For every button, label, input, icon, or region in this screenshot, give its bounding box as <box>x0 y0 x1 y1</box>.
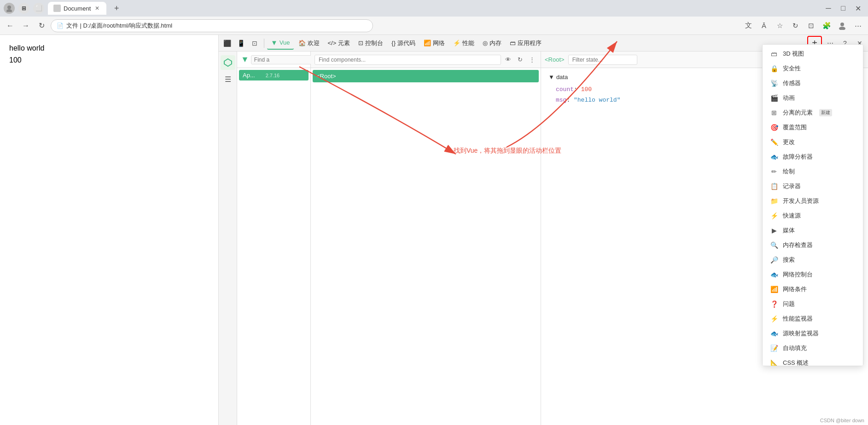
url-text: 文件 | D:/桌面/root/html/响应式数据.html <box>66 22 367 30</box>
comp-sidebar-toolbar: ▼ ↻ <box>237 52 310 68</box>
extension-button[interactable]: 🧩 <box>820 19 833 32</box>
devtools-layout-button[interactable]: ⊡ <box>248 37 261 50</box>
menu-label-media: 媒体 <box>783 226 795 235</box>
title-bar: ⊞ ⬜ Document ✕ + ─ □ ✕ <box>0 0 868 17</box>
translate-button[interactable]: 文 <box>742 19 755 32</box>
split-button[interactable]: ⬜ <box>33 3 44 14</box>
menu-item-detached[interactable]: ⊞ 分离的元素 新建 <box>763 105 863 120</box>
menu-label-3d: 3D 视图 <box>783 50 804 58</box>
filter-state-input[interactable] <box>568 55 637 65</box>
menu-label-dev-resources: 开发人员资源 <box>783 197 819 205</box>
menu-label-css-overview: CSS 概述 <box>783 359 809 366</box>
menu-item-media[interactable]: ▶ 媒体 <box>763 223 863 238</box>
window-controls-right: ─ □ ✕ <box>822 2 864 15</box>
tab-memory[interactable]: ◎ 内存 <box>479 37 505 50</box>
animation-icon: 🎬 <box>770 94 778 102</box>
tab-console[interactable]: ⊡ 控制台 <box>355 37 387 50</box>
menu-item-source-map-monitor[interactable]: 🐟 源映射监视器 <box>763 326 863 341</box>
url-bar[interactable]: 📄 文件 | D:/桌面/root/html/响应式数据.html <box>51 19 373 32</box>
perf-monitor-icon: ⚡ <box>770 315 778 323</box>
forward-button[interactable]: → <box>19 19 32 32</box>
tab-sources[interactable]: {} 源代码 <box>388 37 419 50</box>
refresh-button[interactable]: ↻ <box>35 19 48 32</box>
tab-vue[interactable]: ▼ Vue <box>267 37 294 50</box>
3d-icon: 🗃 <box>770 50 778 58</box>
menu-label-source-map: 源映射监视器 <box>783 329 819 338</box>
new-tab-button[interactable]: + <box>110 2 123 15</box>
menu-item-dev-resources[interactable]: 📁 开发人员资源 <box>763 194 863 208</box>
tab-close-button[interactable]: ✕ <box>93 5 101 12</box>
profile-button[interactable] <box>4 3 15 14</box>
menu-item-crash-analyzer[interactable]: 🐟 故障分析器 <box>763 149 863 164</box>
dev-resources-icon: 📁 <box>770 197 778 205</box>
collapse-icon: ▼ <box>548 74 554 80</box>
svg-point-3 <box>839 27 845 30</box>
comp-version: 2.7.16 <box>266 73 280 78</box>
menu-item-recorder[interactable]: 📋 记录器 <box>763 179 863 194</box>
quick-source-icon: ⚡ <box>770 212 778 220</box>
tab-network[interactable]: 📶 网络 <box>420 37 449 50</box>
minimize-button[interactable]: ─ <box>822 2 835 15</box>
comp-list-toolbar: 👁 ↻ ⋮ <box>311 52 541 68</box>
menu-item-coverage[interactable]: 🎯 覆盖范围 <box>763 120 863 135</box>
prop-val-msg: "hello world" <box>574 97 620 103</box>
bookmark-button[interactable]: ☆ <box>773 19 786 32</box>
menu-item-security[interactable]: 🔒 安全性 <box>763 61 863 76</box>
close-button[interactable]: ✕ <box>851 2 864 15</box>
more-button[interactable]: ⋯ <box>851 19 864 32</box>
issues-icon: ❓ <box>770 300 778 308</box>
menu-item-css-overview[interactable]: 📐 CSS 概述 <box>763 356 863 366</box>
menu-label-issues: 问题 <box>783 300 795 308</box>
menu-item-sensors[interactable]: 📡 传感器 <box>763 76 863 91</box>
menu-item-draw[interactable]: ✏ 绘制 <box>763 164 863 179</box>
extensions-button[interactable]: ⊞ <box>18 3 29 14</box>
tab-document[interactable]: Document ✕ <box>48 2 106 15</box>
comp-tree: Ap... ▼ 2.7.16 <box>237 68 310 425</box>
menu-label-perf-monitor: 性能监视器 <box>783 315 813 323</box>
translate-button2[interactable]: Ā <box>757 19 770 32</box>
menu-item-issues[interactable]: ❓ 问题 <box>763 297 863 311</box>
refresh-button2[interactable]: ↻ <box>789 19 802 32</box>
menu-item-changes[interactable]: ✏️ 更改 <box>763 135 863 149</box>
page-hello: hello world <box>9 44 209 52</box>
menu-item-network-console[interactable]: 🐟 网络控制台 <box>763 267 863 282</box>
back-button[interactable]: ← <box>4 19 17 32</box>
menu-label-search: 搜索 <box>783 256 795 264</box>
maximize-button[interactable]: □ <box>837 2 850 15</box>
menu-item-quick-source[interactable]: ⚡ 快速源 <box>763 208 863 223</box>
dropdown-menu[interactable]: 🗃 3D 视图 🔒 安全性 📡 传感器 🎬 动画 ⊞ 分离的元素 新建 🎯 覆盖… <box>762 44 863 366</box>
menu-item-memory-inspector[interactable]: 🔍 内存检查器 <box>763 238 863 253</box>
address-bar: ← → ↻ 📄 文件 | D:/桌面/root/html/响应式数据.html … <box>0 17 868 35</box>
comp-refresh-button[interactable]: ↻ <box>515 55 525 65</box>
search-icon: 🔎 <box>770 256 778 264</box>
menu-item-animation[interactable]: 🎬 动画 <box>763 91 863 105</box>
menu-item-perf-monitor[interactable]: ⚡ 性能监视器 <box>763 311 863 326</box>
root-component-item[interactable]: <Root> <box>313 70 539 82</box>
devtools-inspect-button[interactable]: ⬛ <box>221 37 233 50</box>
menu-item-search[interactable]: 🔎 搜索 <box>763 253 863 267</box>
comp-item-app[interactable]: Ap... ▼ 2.7.16 <box>239 70 309 80</box>
menu-item-3d[interactable]: 🗃 3D 视图 <box>763 46 863 61</box>
svg-point-1 <box>6 9 12 12</box>
menu-label-autofill: 自动填充 <box>783 344 807 352</box>
tab-welcome[interactable]: 🏠 欢迎 <box>295 37 323 50</box>
network-conditions-icon: 📶 <box>770 285 778 293</box>
comp-eye-button[interactable]: 👁 <box>503 55 513 65</box>
comp-more-button[interactable]: ⋮ <box>527 55 537 65</box>
sidebar-components-icon[interactable] <box>221 55 235 70</box>
sidebar-list-icon[interactable]: ☰ <box>221 72 235 86</box>
menu-label-animation: 动画 <box>783 94 795 102</box>
menu-item-autofill[interactable]: 📝 自动填充 <box>763 341 863 356</box>
tab-elements[interactable]: </> 元素 <box>324 37 354 50</box>
svg-point-0 <box>7 6 11 9</box>
profile-icon-button[interactable] <box>836 19 849 32</box>
devtools-device-button[interactable]: 📱 <box>234 37 247 50</box>
security-icon: 🔒 <box>770 64 778 73</box>
tab-title: Document <box>64 5 91 12</box>
tab-application[interactable]: 🗃 应用程序 <box>506 37 545 50</box>
tab-performance[interactable]: ⚡ 性能 <box>449 37 478 50</box>
menu-item-network-conditions[interactable]: 📶 网络条件 <box>763 282 863 297</box>
menu-label-sensors: 传感器 <box>783 79 801 87</box>
comp-search-input[interactable] <box>315 55 501 65</box>
split-view-button[interactable]: ⊡ <box>804 19 817 32</box>
